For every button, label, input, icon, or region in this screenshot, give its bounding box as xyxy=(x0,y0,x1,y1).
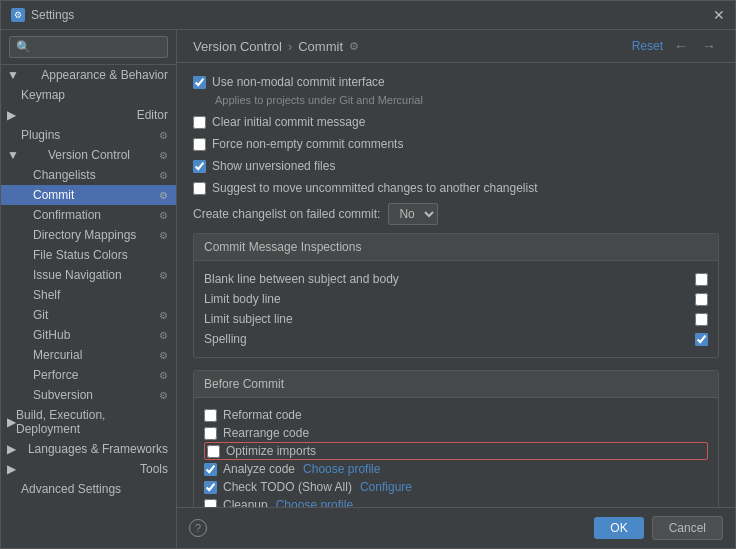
sidebar-item-languages-frameworks[interactable]: ▶ Languages & Frameworks xyxy=(1,439,176,459)
clear-initial-checkbox[interactable] xyxy=(193,116,206,129)
sidebar-item-shelf[interactable]: Shelf xyxy=(1,285,176,305)
show-unversioned-checkbox[interactable] xyxy=(193,160,206,173)
gear-icon: ⚙ xyxy=(159,270,168,281)
sidebar-item-plugins[interactable]: Plugins ⚙ xyxy=(1,125,176,145)
gear-icon: ⚙ xyxy=(159,370,168,381)
clear-initial-row: Clear initial commit message xyxy=(193,115,719,129)
optimize-imports-label[interactable]: Optimize imports xyxy=(226,444,316,458)
gear-icon: ⚙ xyxy=(159,170,168,181)
analyze-code-label: Analyze code Choose profile xyxy=(223,462,380,476)
arrow-icon: ▶ xyxy=(7,108,16,122)
use-non-modal-label[interactable]: Use non-modal commit interface xyxy=(212,75,385,89)
sidebar-item-file-status-colors[interactable]: File Status Colors xyxy=(1,245,176,265)
cleanup-checkbox[interactable] xyxy=(204,499,217,508)
suggest-move-row: Suggest to move uncommitted changes to a… xyxy=(193,181,719,195)
ok-button[interactable]: OK xyxy=(594,517,643,539)
settings-body: Use non-modal commit interface Applies t… xyxy=(177,63,735,507)
arrow-icon: ▶ xyxy=(7,415,16,429)
cancel-button[interactable]: Cancel xyxy=(652,516,723,540)
commit-message-body: Blank line between subject and body Limi… xyxy=(194,261,718,357)
sidebar-item-advanced-settings[interactable]: Advanced Settings xyxy=(1,479,176,499)
settings-icon: ⚙ xyxy=(11,8,25,22)
reformat-code-row: Reformat code xyxy=(204,406,708,424)
cleanup-row: Cleanup Choose profile xyxy=(204,496,708,507)
force-non-empty-label[interactable]: Force non-empty commit comments xyxy=(212,137,403,151)
rearrange-code-checkbox[interactable] xyxy=(204,427,217,440)
analyze-code-checkbox[interactable] xyxy=(204,463,217,476)
reset-button[interactable]: Reset xyxy=(632,39,663,53)
rearrange-code-row: Rearrange code xyxy=(204,424,708,442)
inspection-limit-body-label: Limit body line xyxy=(204,292,281,306)
inspection-limit-subject-checkbox[interactable] xyxy=(695,313,708,326)
sidebar-item-directory-mappings[interactable]: Directory Mappings ⚙ xyxy=(1,225,176,245)
use-non-modal-hint: Applies to projects under Git and Mercur… xyxy=(215,93,719,107)
help-button[interactable]: ? xyxy=(189,519,207,537)
breadcrumb: Version Control › Commit ⚙ xyxy=(193,39,359,54)
force-non-empty-checkbox[interactable] xyxy=(193,138,206,151)
breadcrumb-current: Commit xyxy=(298,39,343,54)
inspection-blank-line: Blank line between subject and body xyxy=(204,269,708,289)
sidebar: ▼ Appearance & Behavior Keymap ▶ Editor … xyxy=(1,30,177,548)
footer-left: ? xyxy=(189,519,586,537)
analyze-code-row: Analyze code Choose profile xyxy=(204,460,708,478)
optimize-imports-checkbox[interactable] xyxy=(207,445,220,458)
sidebar-item-commit[interactable]: Commit ⚙ xyxy=(1,185,176,205)
sidebar-item-tools[interactable]: ▶ Tools xyxy=(1,459,176,479)
rearrange-code-label[interactable]: Rearrange code xyxy=(223,426,309,440)
inspection-limit-subject: Limit subject line xyxy=(204,309,708,329)
inspection-blank-line-checkbox[interactable] xyxy=(695,273,708,286)
main-layout: ▼ Appearance & Behavior Keymap ▶ Editor … xyxy=(1,30,735,548)
sidebar-item-issue-navigation[interactable]: Issue Navigation ⚙ xyxy=(1,265,176,285)
sidebar-item-perforce[interactable]: Perforce ⚙ xyxy=(1,365,176,385)
cleanup-label: Cleanup Choose profile xyxy=(223,498,353,507)
sidebar-item-changelists[interactable]: Changelists ⚙ xyxy=(1,165,176,185)
sidebar-item-git[interactable]: Git ⚙ xyxy=(1,305,176,325)
cleanup-link[interactable]: Choose profile xyxy=(276,498,353,507)
sidebar-item-mercurial[interactable]: Mercurial ⚙ xyxy=(1,345,176,365)
title-bar-left: ⚙ Settings xyxy=(11,8,74,22)
sidebar-item-confirmation[interactable]: Confirmation ⚙ xyxy=(1,205,176,225)
title-bar: ⚙ Settings ✕ xyxy=(1,1,735,30)
sidebar-item-appearance-behavior[interactable]: ▼ Appearance & Behavior xyxy=(1,65,176,85)
check-todo-row: Check TODO (Show All) Configure xyxy=(204,478,708,496)
show-unversioned-row: Show unversioned files xyxy=(193,159,719,173)
sidebar-item-version-control[interactable]: ▼ Version Control ⚙ xyxy=(1,145,176,165)
sidebar-item-subversion[interactable]: Subversion ⚙ xyxy=(1,385,176,405)
sidebar-item-build-execution[interactable]: ▶ Build, Execution, Deployment xyxy=(1,405,176,439)
arrow-icon: ▼ xyxy=(7,68,19,82)
footer: ? OK Cancel xyxy=(177,507,735,548)
search-input[interactable] xyxy=(9,36,168,58)
settings-window: ⚙ Settings ✕ ▼ Appearance & Behavior Key… xyxy=(0,0,736,549)
before-commit-title: Before Commit xyxy=(194,371,718,398)
use-non-modal-row: Use non-modal commit interface xyxy=(193,75,719,89)
check-todo-link[interactable]: Configure xyxy=(360,480,412,494)
nav-forward-button[interactable]: → xyxy=(699,38,719,54)
breadcrumb-parent: Version Control xyxy=(193,39,282,54)
check-todo-checkbox[interactable] xyxy=(204,481,217,494)
gear-icon: ⚙ xyxy=(159,210,168,221)
close-button[interactable]: ✕ xyxy=(713,7,725,23)
nav-back-button[interactable]: ← xyxy=(671,38,691,54)
before-commit-body: Reformat code Rearrange code Optimize im… xyxy=(194,398,718,507)
use-non-modal-checkbox[interactable] xyxy=(193,76,206,89)
create-changelist-row: Create changelist on failed commit: No xyxy=(193,203,719,225)
gear-icon: ⚙ xyxy=(159,330,168,341)
show-unversioned-label[interactable]: Show unversioned files xyxy=(212,159,335,173)
title-bar-title: Settings xyxy=(31,8,74,22)
reformat-code-label[interactable]: Reformat code xyxy=(223,408,302,422)
sidebar-item-editor[interactable]: ▶ Editor xyxy=(1,105,176,125)
analyze-code-link[interactable]: Choose profile xyxy=(303,462,380,476)
reformat-code-checkbox[interactable] xyxy=(204,409,217,422)
inspection-limit-body-checkbox[interactable] xyxy=(695,293,708,306)
inspection-spelling-checkbox[interactable] xyxy=(695,333,708,346)
suggest-move-checkbox[interactable] xyxy=(193,182,206,195)
before-commit-section: Before Commit Reformat code Rearrange co… xyxy=(193,370,719,507)
sidebar-item-keymap[interactable]: Keymap xyxy=(1,85,176,105)
create-changelist-select[interactable]: No xyxy=(388,203,438,225)
inspection-limit-body: Limit body line xyxy=(204,289,708,309)
settings-icon[interactable]: ⚙ xyxy=(349,40,359,53)
sidebar-item-github[interactable]: GitHub ⚙ xyxy=(1,325,176,345)
arrow-icon: ▶ xyxy=(7,462,16,476)
suggest-move-label[interactable]: Suggest to move uncommitted changes to a… xyxy=(212,181,538,195)
clear-initial-label[interactable]: Clear initial commit message xyxy=(212,115,365,129)
